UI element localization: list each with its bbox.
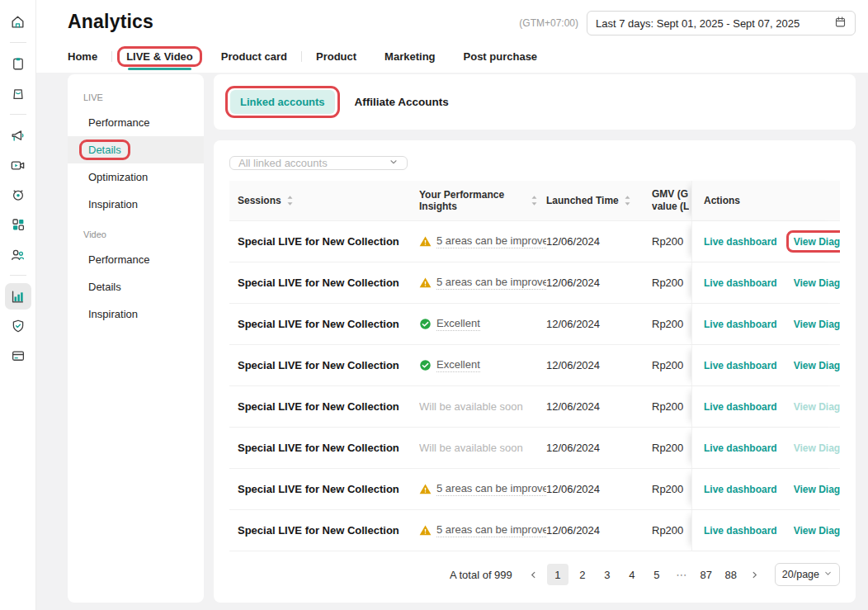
column-header-label: Launched Time — [546, 195, 619, 206]
sidebar-item-performance[interactable]: Performance — [68, 109, 204, 136]
live-dashboard-link[interactable]: Live dashboard — [704, 442, 777, 454]
live-dashboard-link[interactable]: Live dashboard — [704, 360, 777, 371]
sidebar-item-optimization[interactable]: Optimization — [68, 163, 204, 191]
live-dashboard-link[interactable]: Live dashboard — [704, 484, 777, 495]
view-diagnosis-link[interactable]: View Diagnossis — [794, 360, 840, 371]
view-diagnosis-link[interactable]: View Diagnossis — [794, 319, 840, 330]
nav-tab-label: Post purchase — [464, 50, 538, 63]
nav-tab-label: Product card — [221, 50, 287, 63]
affiliate-icon[interactable] — [5, 241, 31, 267]
live-dashboard-link[interactable]: Live dashboard — [704, 277, 777, 289]
success-check-icon — [419, 318, 432, 330]
marketing-icon[interactable] — [5, 122, 31, 149]
page-button-4[interactable]: 4 — [621, 564, 643, 585]
home-icon[interactable] — [5, 8, 31, 35]
date-range-picker[interactable]: Last 7 days: Sept 01, 2025 - Sept 07, 20… — [587, 11, 856, 35]
prev-page-button[interactable] — [524, 564, 544, 585]
sidebar-item-inspiration[interactable]: Inspiration — [68, 191, 204, 218]
actions-cell: Live dashboardView Diagnossis — [691, 428, 840, 468]
apps-icon[interactable] — [5, 211, 31, 238]
live-dashboard-link[interactable]: Live dashboard — [704, 319, 777, 330]
column-header-sessions[interactable]: Sessions — [229, 181, 419, 220]
linked-accounts-filter[interactable]: All linked accounts — [229, 156, 408, 170]
launched-time-cell: 12/06/2024 — [546, 400, 652, 413]
insight-text[interactable]: Excellent — [436, 317, 480, 331]
sort-icon[interactable] — [624, 195, 631, 206]
nav-tab-product[interactable]: Product — [316, 44, 356, 69]
finance-icon[interactable] — [5, 343, 31, 369]
page-size-select[interactable]: 20/page — [775, 563, 840, 586]
sidebar-item-performance[interactable]: Performance — [68, 246, 204, 273]
nav-tab-home[interactable]: Home — [68, 44, 97, 69]
insight-text[interactable]: 5 areas can be improved — [436, 276, 546, 290]
tab-linked-accounts[interactable]: Linked accounts — [230, 90, 335, 114]
page-title: Analytics — [68, 11, 153, 33]
sidebar-item-label: Optimization — [88, 171, 148, 183]
column-header-launched-time[interactable]: Launched Time — [546, 181, 652, 220]
sessions-table: SessionsYour Performance InsightsLaunche… — [229, 181, 840, 551]
insight-text[interactable]: 5 areas can be improved — [436, 234, 546, 248]
insight-status: 5 areas can be improved — [419, 234, 538, 248]
actions-cell: Live dashboardView Diagnossis — [691, 262, 840, 303]
live-dashboard-link[interactable]: Live dashboard — [704, 236, 777, 248]
insight-text[interactable]: 5 areas can be improved — [436, 482, 546, 496]
page-button-2[interactable]: 2 — [572, 564, 593, 585]
sort-icon[interactable] — [531, 195, 538, 206]
sidebar-item-details[interactable]: Details — [68, 136, 204, 163]
tab-affiliate-accounts[interactable]: Affiliate Accounts — [355, 96, 449, 108]
view-diagnosis-link[interactable]: View Diagnossis — [794, 277, 840, 289]
analytics-top-nav: HomeLIVE & VideoProduct cardProductMarke… — [68, 44, 565, 69]
nav-tab-label: LIVE & Video — [126, 50, 193, 63]
nav-divider — [301, 51, 302, 62]
warning-icon — [419, 235, 432, 248]
view-diagnosis-link[interactable]: View Diagnossis — [794, 525, 840, 537]
nav-tab-product-card[interactable]: Product card — [221, 44, 287, 69]
page-button-1[interactable]: 1 — [547, 564, 568, 585]
sidebar-item-label: Details — [88, 281, 121, 293]
nav-tab-post-purchase[interactable]: Post purchase — [464, 44, 538, 69]
nav-tab-live-video[interactable]: LIVE & Video — [126, 44, 193, 69]
sessions-table-card: All linked accounts SessionsYour Perform… — [214, 140, 856, 603]
column-header-your-performance-insights[interactable]: Your Performance Insights — [419, 181, 546, 220]
column-header-label: Your Performance Insights — [419, 189, 526, 212]
insight-status: 5 areas can be improved — [419, 523, 538, 537]
gmv-header-line2: value (L — [652, 201, 689, 213]
table-row: Special LIVE for New CollectionWill be a… — [229, 427, 840, 468]
session-name-cell: Special LIVE for New Collection — [229, 277, 419, 289]
table-row: Special LIVE for New CollectionExcellent… — [229, 303, 840, 344]
live-dashboard-link[interactable]: Live dashboard — [704, 525, 777, 537]
products-icon[interactable] — [5, 80, 31, 106]
nav-tab-marketing[interactable]: Marketing — [384, 44, 435, 69]
next-page-button[interactable] — [745, 564, 765, 585]
gmv-cell: Rp200 — [652, 524, 691, 537]
gmv-cell: Rp200 — [652, 359, 691, 371]
sidebar-item-details[interactable]: Details — [68, 273, 204, 300]
page-button-3[interactable]: 3 — [597, 564, 618, 585]
sidebar-item-label: Details — [88, 144, 121, 156]
table-row: Special LIVE for New Collection5 areas c… — [229, 220, 840, 262]
view-diagnosis-link[interactable]: View Diagnossis — [794, 484, 840, 495]
launched-time-cell: 12/06/2024 — [546, 318, 652, 330]
insight-status: Will be available soon — [419, 400, 538, 414]
launched-time-cell: 12/06/2024 — [546, 235, 652, 248]
view-diagnosis-link[interactable]: View Diagnossis — [794, 236, 840, 248]
page-button-87[interactable]: 87 — [696, 564, 717, 585]
insight-text[interactable]: Excellent — [436, 358, 480, 372]
page-button-88[interactable]: 88 — [720, 564, 742, 585]
actions-cell: Live dashboardView Diagnossis — [691, 510, 840, 551]
orders-icon[interactable] — [5, 50, 31, 77]
video-icon[interactable] — [5, 152, 31, 178]
page-ellipsis: ⋯ — [671, 569, 692, 581]
page-button-5[interactable]: 5 — [646, 564, 668, 585]
insight-text[interactable]: 5 areas can be improved — [436, 523, 546, 537]
sidebar-item-inspiration[interactable]: Inspiration — [68, 300, 204, 328]
analytics-icon[interactable] — [5, 283, 31, 310]
live-icon[interactable] — [5, 182, 31, 208]
shield-icon[interactable] — [5, 313, 31, 339]
insight-cell: 5 areas can be improved — [419, 482, 546, 496]
warning-icon — [419, 277, 432, 289]
session-name-cell: Special LIVE for New Collection — [229, 483, 419, 495]
live-dashboard-link[interactable]: Live dashboard — [704, 401, 777, 413]
sort-icon[interactable] — [286, 195, 294, 206]
view-diagnosis-link: View Diagnossis — [794, 442, 840, 454]
